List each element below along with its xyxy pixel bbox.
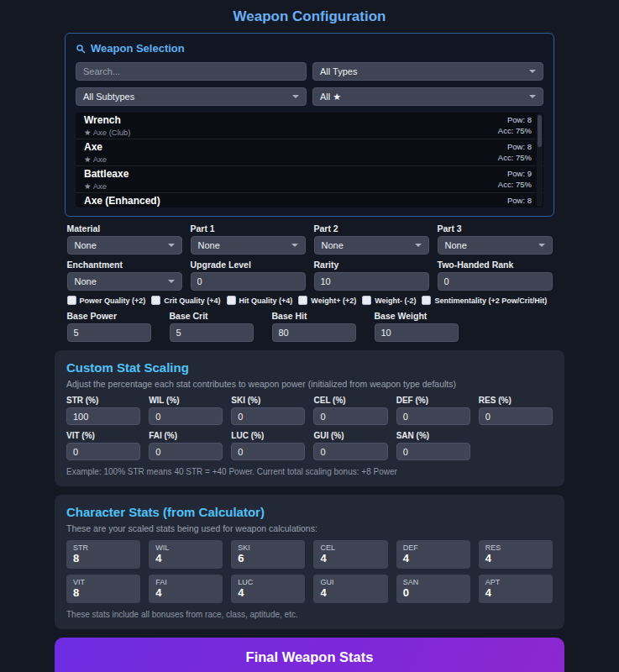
res-scaling-label: RES (%)	[479, 396, 553, 406]
enchantment-select[interactable]: None	[67, 272, 182, 291]
stat-label: STR	[73, 543, 134, 552]
sentimentality-checkbox[interactable]: Sentimentality (+2 Pow/Crit/Hit)	[422, 296, 547, 305]
base-power-label: Base Power	[67, 311, 151, 321]
weapon-config-page: Weapon Configuration Weapon Selection Al…	[0, 0, 619, 672]
ski-scaling-input[interactable]	[231, 407, 305, 425]
base-hit-field: Base Hit	[272, 311, 356, 342]
wil-scaling-input[interactable]	[149, 407, 223, 425]
star-filter-select[interactable]: All ★	[312, 87, 543, 106]
search-input[interactable]	[76, 62, 307, 81]
res-scaling-input[interactable]	[479, 407, 553, 425]
type-filter-select[interactable]: All Types	[312, 62, 543, 81]
weight-minus-checkbox-input[interactable]	[362, 296, 371, 305]
weapon-list-scrollbar[interactable]	[537, 113, 543, 207]
weapon-list-item[interactable]: Battleaxe ★ Axe Pow: 9 Acc: 75%	[76, 166, 543, 193]
part1-select[interactable]: None	[191, 236, 306, 255]
stat-label: DEF	[403, 543, 464, 552]
vit-scaling-input[interactable]	[66, 443, 140, 460]
weapon-subtype: ★ Axe (Club)	[84, 128, 131, 137]
part2-label: Part 2	[314, 223, 429, 234]
enchantment-label: Enchantment	[67, 260, 182, 270]
base-weight-input[interactable]	[375, 323, 459, 342]
stat-label: VIT	[73, 578, 134, 586]
weapon-list-item[interactable]: Axe (Enhanced) Pow: 8	[76, 193, 543, 207]
stat-value: 4	[403, 553, 464, 564]
vit-scaling-label: VIT (%)	[66, 431, 140, 441]
gui-scaling-input[interactable]	[313, 443, 387, 460]
weapon-subtype: ★ Axe	[84, 155, 107, 164]
fai-scaling-input[interactable]	[149, 443, 223, 460]
scrollbar-thumb[interactable]	[538, 115, 542, 147]
sentimentality-label: Sentimentality (+2 Pow/Crit/Hit)	[434, 297, 547, 305]
weapon-info: Axe (Enhanced)	[84, 196, 160, 207]
san-scaling-input[interactable]	[396, 443, 470, 460]
ski-scaling-field: SKI (%)	[231, 396, 305, 425]
stat-label: LUC	[238, 578, 298, 586]
stat-label: RES	[485, 543, 546, 552]
weapon-selection-panel: Weapon Selection All Types All Subtypes …	[65, 33, 554, 217]
stat-label: SKI	[238, 543, 298, 552]
character-stats-title: Character Stats (from Calculator)	[66, 505, 553, 519]
def-scaling-input[interactable]	[396, 407, 470, 425]
two-handed-rank-input[interactable]	[438, 272, 553, 291]
crit-quality-checkbox[interactable]: Crit Quality (+4)	[151, 296, 220, 305]
power-quality-checkbox-input[interactable]	[67, 296, 76, 305]
luc-scaling-input[interactable]	[231, 443, 305, 460]
stat-scaling-panel: Custom Stat Scaling Adjust the percentag…	[55, 350, 564, 486]
weapon-list-item[interactable]: Wrench ★ Axe (Club) Pow: 8 Acc: 75%	[76, 113, 543, 139]
gui-scaling-label: GUI (%)	[313, 431, 387, 441]
weapon-filters-row-2: All Subtypes All ★	[76, 87, 543, 106]
weight-plus-checkbox[interactable]: Weight+ (+2)	[298, 296, 356, 305]
hit-quality-checkbox[interactable]: Hit Quality (+4)	[227, 296, 293, 305]
material-select[interactable]: None	[67, 236, 182, 255]
weapon-list[interactable]: Wrench ★ Axe (Club) Pow: 8 Acc: 75% Axe …	[76, 113, 543, 207]
page-title: Weapon Configuration	[0, 8, 619, 25]
subtype-filter-select[interactable]: All Subtypes	[76, 87, 307, 106]
part3-select-value: None	[445, 240, 467, 250]
stat-label: CEL	[320, 543, 380, 552]
upgrade-level-input[interactable]	[191, 272, 306, 291]
weapon-selection-header: Weapon Selection	[76, 42, 543, 55]
base-hit-input[interactable]	[272, 323, 356, 342]
weapon-list-item[interactable]: Axe ★ Axe Pow: 8 Acc: 75%	[76, 139, 543, 166]
crit-quality-checkbox-input[interactable]	[151, 296, 160, 305]
base-weight-label: Base Weight	[375, 311, 459, 321]
weight-plus-checkbox-input[interactable]	[298, 296, 307, 305]
cel-scaling-input[interactable]	[313, 407, 387, 425]
stat-box-ski: SKI 6	[231, 540, 305, 569]
sentimentality-checkbox-input[interactable]	[422, 296, 431, 305]
base-crit-input[interactable]	[170, 323, 254, 342]
stat-box-apt: APT 4	[479, 575, 553, 603]
weapon-stats: Pow: 8 Acc: 75%	[498, 142, 532, 162]
rarity-input[interactable]	[314, 272, 429, 291]
hit-quality-label: Hit Quality (+4)	[239, 297, 293, 305]
base-crit-label: Base Crit	[170, 311, 254, 321]
character-stats-subtitle: These are your scaled stats being used f…	[66, 523, 553, 533]
star-filter-value: All ★	[320, 92, 341, 102]
stat-box-str: STR 8	[66, 540, 140, 569]
two-handed-rank-field: Two-Handed Rank	[438, 260, 553, 291]
power-quality-label: Power Quality (+2)	[80, 297, 146, 305]
stat-box-res: RES 4	[479, 540, 553, 569]
part2-field: Part 2 None	[314, 223, 429, 255]
stat-value: 6	[238, 553, 298, 564]
weapon-stats: Pow: 9 Acc: 75%	[498, 169, 532, 189]
wil-scaling-field: WIL (%)	[149, 396, 223, 425]
stat-value: 4	[485, 553, 546, 564]
base-power-input[interactable]	[67, 323, 151, 342]
weight-minus-checkbox[interactable]: Weight- (-2)	[362, 296, 416, 305]
weapon-pow: Pow: 8	[498, 142, 532, 151]
vit-scaling-field: VIT (%)	[66, 431, 140, 460]
hit-quality-checkbox-input[interactable]	[227, 296, 236, 305]
final-weapon-stats-panel: Final Weapon Stats Power 13 Weapon Criti…	[55, 638, 564, 672]
str-scaling-input[interactable]	[66, 407, 140, 425]
part3-select[interactable]: None	[438, 236, 553, 255]
part2-select[interactable]: None	[314, 236, 429, 255]
power-quality-checkbox[interactable]: Power Quality (+2)	[67, 296, 146, 305]
weapon-name: Axe (Enhanced)	[84, 196, 160, 207]
upgrade-level-field: Upgrade Level	[191, 260, 306, 291]
stat-value: 4	[320, 587, 380, 599]
base-crit-field: Base Crit	[170, 311, 254, 342]
part1-select-value: None	[198, 240, 220, 250]
enchantment-select-value: None	[75, 276, 97, 286]
